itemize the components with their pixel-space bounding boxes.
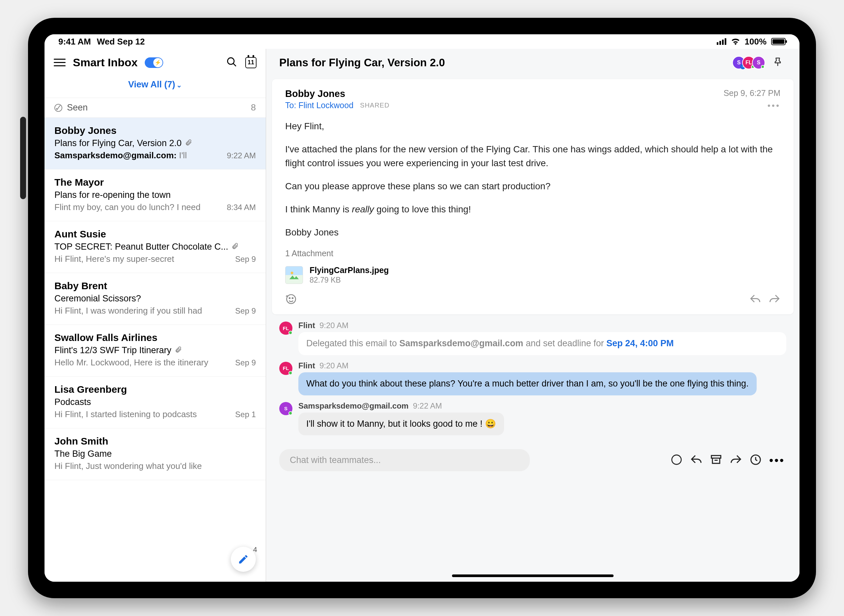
email-subject: TOP SECRET: Peanut Butter Chocolate C... <box>54 242 256 252</box>
email-preview: Hello Mr. Lockwood, Here is the itinerar… <box>54 358 229 368</box>
pin-button[interactable] <box>772 57 783 69</box>
email-item[interactable]: The MayorPlans for re-opening the townFl… <box>44 170 266 221</box>
email-item[interactable]: Aunt SusieTOP SECRET: Peanut Butter Choc… <box>44 221 266 273</box>
email-subject: Plans for re-opening the town <box>54 190 256 200</box>
svg-point-6 <box>672 455 681 465</box>
email-time: Sep 9 <box>235 307 256 315</box>
chat-bubble: I'll show it to Manny, but it looks good… <box>298 412 504 436</box>
email-sender: Bobby Jones <box>54 125 256 136</box>
email-time: Sep 9 <box>235 358 256 367</box>
email-time: 8:34 AM <box>227 203 256 212</box>
view-all-button[interactable]: View All (7)⌄ <box>44 73 266 98</box>
email-item[interactable]: Lisa GreenbergPodcastsHi Flint, I starte… <box>44 377 266 428</box>
chat-avatar: FL <box>279 321 292 335</box>
chat-bubble: Delegated this email to Samsparksdemo@gm… <box>298 332 786 355</box>
status-bar: 9:41 AM Wed Sep 12 100% <box>44 34 800 49</box>
email-subject: Plans for Flying Car, Version 2.0 <box>54 138 256 148</box>
email-subject: Flint's 12/3 SWF Trip Itinerary <box>54 345 256 355</box>
snooze-button[interactable] <box>749 453 762 467</box>
battery-pct: 100% <box>745 37 767 47</box>
email-preview: Samsparksdemo@gmail.com: I'll <box>54 150 220 161</box>
email-sender: Aunt Susie <box>54 229 256 240</box>
status-date: Wed Sep 12 <box>97 37 145 47</box>
chat-time: 9:20 AM <box>319 321 349 330</box>
chat-message: FLFlint 9:20 AMWhat do you think about t… <box>279 361 786 395</box>
more-toolbar-button[interactable]: ••• <box>769 454 785 466</box>
attachment-size: 82.79 KB <box>309 276 389 285</box>
message-body: Hey Flint,I've attached the plans for th… <box>285 119 780 239</box>
sidebar: Smart Inbox ⚡ 11 View All (7)⌄ ✓ Seen 8 <box>44 49 266 582</box>
paperclip-icon <box>232 242 239 252</box>
email-subject: Podcasts <box>54 397 256 407</box>
email-preview: Hi Flint, Here's my super-secret <box>54 254 229 264</box>
paperclip-icon <box>185 138 192 148</box>
menu-button[interactable] <box>54 59 66 66</box>
reply-toolbar-button[interactable] <box>690 453 703 467</box>
email-preview: Hi Flint, I started listening to podcast… <box>54 409 229 419</box>
message-from: Bobby Jones <box>285 88 724 99</box>
email-sender: The Mayor <box>54 177 256 188</box>
email-sender: Swallow Falls Airlines <box>54 332 256 343</box>
chat-time: 9:20 AM <box>319 361 349 370</box>
wifi-icon <box>731 38 740 45</box>
chat-message: FLFlint 9:20 AMDelegated this email to S… <box>279 321 786 355</box>
react-button[interactable] <box>285 293 297 307</box>
chat-thread: FLFlint 9:20 AMDelegated this email to S… <box>266 321 800 444</box>
attachment-name: FlyingCarPlans.jpeg <box>309 265 389 275</box>
archive-button[interactable] <box>710 453 722 467</box>
participant-avatar[interactable]: S <box>752 56 765 69</box>
svg-point-0 <box>227 58 234 64</box>
svg-rect-7 <box>711 455 721 458</box>
attachment-count: 1 Attachment <box>285 249 780 258</box>
search-button[interactable] <box>226 56 237 69</box>
home-indicator[interactable] <box>452 575 614 577</box>
attachment-item[interactable]: FlyingCarPlans.jpeg 82.79 KB <box>285 263 780 287</box>
chat-time: 9:22 AM <box>413 401 442 410</box>
compose-button[interactable]: 4 <box>231 547 256 572</box>
chat-author: Flint <box>298 321 315 330</box>
participant-avatars[interactable]: S→FLS <box>732 56 765 69</box>
chat-author: Samsparksdemo@gmail.com <box>298 401 409 410</box>
seen-section-header[interactable]: ✓ Seen 8 <box>44 98 266 118</box>
cellular-icon <box>717 38 726 45</box>
message-to[interactable]: To: Flint Lockwood <box>285 101 353 110</box>
svg-point-2 <box>291 272 293 274</box>
email-subject: The Big Game <box>54 449 256 459</box>
chevron-down-icon: ⌄ <box>176 81 182 89</box>
email-item[interactable]: John SmithThe Big GameHi Flint, Just won… <box>44 428 266 480</box>
chat-bubble: What do you think about these plans? You… <box>298 372 757 395</box>
email-item[interactable]: Bobby JonesPlans for Flying Car, Version… <box>44 118 266 170</box>
email-item[interactable]: Baby BrentCeremonial Scissors?Hi Flint, … <box>44 273 266 325</box>
thread-title: Plans for Flying Car, Version 2.0 <box>279 56 732 69</box>
chat-input[interactable]: Chat with teammates... <box>279 449 530 471</box>
compose-badge: 4 <box>253 546 257 554</box>
email-time: 9:22 AM <box>227 151 256 160</box>
email-sender: John Smith <box>54 436 256 447</box>
svg-point-4 <box>289 298 290 299</box>
image-file-icon <box>285 266 303 284</box>
email-list: Bobby JonesPlans for Flying Car, Version… <box>44 118 266 582</box>
message-more-button[interactable]: ••• <box>724 101 780 111</box>
email-preview: Hi Flint, Just wondering what you'd like <box>54 461 256 471</box>
inbox-title: Smart Inbox <box>73 56 138 69</box>
calendar-button[interactable]: 11 <box>245 57 256 68</box>
forward-toolbar-button[interactable] <box>730 453 742 467</box>
chat-message: SSamsparksdemo@gmail.com 9:22 AMI'll sho… <box>279 401 786 436</box>
forward-button[interactable] <box>768 293 780 307</box>
email-item[interactable]: Swallow Falls AirlinesFlint's 12/3 SWF T… <box>44 325 266 377</box>
mark-read-button[interactable] <box>670 453 683 467</box>
message-date: Sep 9, 6:27 PM <box>724 88 780 98</box>
chat-avatar: FL <box>279 362 292 375</box>
paperclip-icon <box>175 345 182 355</box>
svg-line-1 <box>233 63 236 66</box>
smart-toggle[interactable]: ⚡ <box>145 57 163 68</box>
svg-point-3 <box>287 295 296 304</box>
reply-button[interactable] <box>749 293 761 307</box>
email-preview: Flint my boy, can you do lunch? I need <box>54 202 220 213</box>
main-panel: Plans for Flying Car, Version 2.0 S→FLS … <box>266 49 800 582</box>
shared-tag: SHARED <box>360 101 389 109</box>
svg-point-5 <box>292 298 293 299</box>
email-sender: Lisa Greenberg <box>54 384 256 395</box>
email-time: Sep 9 <box>235 255 256 264</box>
email-time: Sep 1 <box>235 410 256 419</box>
